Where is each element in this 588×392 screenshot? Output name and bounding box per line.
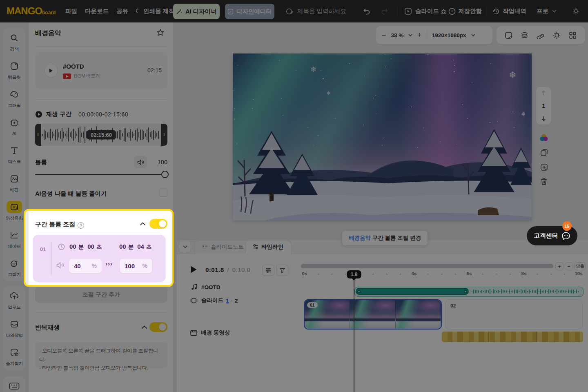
sidebar-item-text[interactable]: 텍스트 bbox=[3, 140, 25, 169]
slide-page-2[interactable]: 2 bbox=[235, 298, 238, 304]
timeline-play-button[interactable] bbox=[190, 265, 197, 274]
history-button[interactable]: 작업내역 bbox=[492, 0, 526, 22]
volume-slider-thumb[interactable] bbox=[161, 171, 169, 178]
volume-to-input[interactable]: 100 % bbox=[119, 258, 153, 274]
slideshow-button[interactable]: 슬라이드 쇼 bbox=[404, 0, 447, 22]
favorite-star-button[interactable] bbox=[156, 28, 165, 37]
playhead-badge[interactable]: 1.8 bbox=[347, 270, 361, 278]
add-page-icon[interactable] bbox=[539, 162, 549, 172]
start-min-value[interactable]: 00 bbox=[69, 243, 76, 250]
ai-designer-button[interactable]: AI 디자이너 bbox=[173, 4, 220, 19]
zoom-in-button[interactable]: + bbox=[417, 31, 422, 40]
end-min-value[interactable]: 00 bbox=[119, 243, 126, 250]
segment-start-time[interactable]: 00 분 00 초 bbox=[69, 243, 102, 251]
help-icon[interactable]: ? bbox=[78, 222, 84, 229]
timeline-fit-button[interactable]: 맞춤 bbox=[574, 262, 586, 270]
sidebar-item-ai[interactable]: AI bbox=[3, 112, 25, 140]
audio-handle-right[interactable] bbox=[464, 290, 467, 293]
trim-handle-right[interactable]: ‖ bbox=[161, 124, 167, 146]
collapse-repeat-button[interactable] bbox=[141, 325, 147, 329]
move-down-icon[interactable] bbox=[541, 116, 546, 121]
sidebar-item-graphic[interactable]: 그래픽 bbox=[3, 84, 25, 112]
repeat-toggle[interactable] bbox=[149, 322, 167, 332]
trash-icon[interactable] bbox=[539, 176, 549, 186]
chevron-up-icon bbox=[141, 325, 147, 329]
slide-clip-02[interactable]: 02 bbox=[445, 299, 583, 330]
timeline-zoom-in[interactable]: + bbox=[555, 262, 564, 270]
page-style-icon[interactable] bbox=[505, 31, 512, 39]
audio-handle-left[interactable] bbox=[357, 290, 361, 293]
repeat-label: 반복재생 bbox=[35, 324, 60, 332]
sidebar-item-data[interactable]: 데이터 bbox=[3, 225, 25, 253]
waveform-trimmer[interactable]: ‖ ‖ 02:15:60 bbox=[35, 124, 167, 146]
timeline-zoom-out[interactable]: − bbox=[565, 262, 573, 270]
zoom-out-button[interactable]: − bbox=[382, 31, 386, 40]
timeline-scrollbar[interactable] bbox=[301, 264, 553, 268]
pro-menu[interactable]: 프로 bbox=[537, 0, 557, 22]
document-title[interactable]: 제목을 입력하세요 bbox=[286, 0, 346, 22]
keyboard-icon[interactable] bbox=[9, 382, 20, 390]
tab-slide-notes[interactable]: 슬라이드노트 bbox=[194, 240, 252, 254]
section-volume-toggle[interactable] bbox=[149, 219, 167, 229]
audio-clip-active-segment[interactable] bbox=[356, 288, 469, 295]
play-section-label: 재생 구간 bbox=[46, 110, 71, 118]
mute-button[interactable] bbox=[134, 156, 147, 168]
customer-center-button[interactable]: 고객센터 15 bbox=[527, 226, 577, 245]
track-play-button[interactable] bbox=[44, 64, 58, 78]
filter-button[interactable] bbox=[276, 265, 288, 276]
layers-icon[interactable] bbox=[521, 31, 528, 39]
add-segment-button[interactable]: 조절 구간 추가 bbox=[35, 287, 167, 303]
sidebar-item-search[interactable]: 검색 bbox=[3, 28, 25, 56]
duplicate-icon[interactable] bbox=[539, 147, 549, 157]
move-up-icon[interactable] bbox=[541, 90, 546, 96]
size-chevron-icon[interactable] bbox=[471, 34, 475, 36]
slide-page-1[interactable]: 1 bbox=[226, 298, 229, 304]
menu-file[interactable]: 파일 bbox=[65, 0, 77, 22]
slide-clip-01[interactable]: 01 bbox=[304, 299, 442, 330]
canvas-slide-image[interactable]: ❄ ❄ ❄ ❄ bbox=[233, 53, 532, 220]
save-status[interactable]: 저장안함 bbox=[448, 0, 482, 22]
menu-share[interactable]: 공유 bbox=[116, 0, 128, 22]
audio-clip-waveform bbox=[472, 288, 581, 295]
redo-button[interactable] bbox=[381, 0, 389, 22]
ai-icon bbox=[7, 117, 22, 129]
undo-button[interactable] bbox=[363, 0, 371, 22]
focus-icon[interactable] bbox=[553, 31, 561, 39]
menu-print[interactable]: 인쇄물 제작 bbox=[135, 0, 175, 22]
color-palette-icon[interactable] bbox=[539, 133, 549, 143]
ruler-icon[interactable] bbox=[537, 31, 544, 39]
sidebar-item-upload[interactable]: 업로드 bbox=[3, 286, 25, 314]
playhead-line[interactable] bbox=[354, 279, 354, 392]
start-sec-value[interactable]: 00 bbox=[87, 243, 94, 250]
audio-clip-container[interactable] bbox=[354, 287, 584, 297]
segment-end-time[interactable]: 00 분 04 초 bbox=[119, 243, 151, 251]
magic-wand-icon bbox=[176, 8, 183, 15]
sidebar-item-background[interactable]: 배경 bbox=[3, 169, 25, 197]
volume-slider-track[interactable] bbox=[35, 174, 167, 175]
zoom-chevron-icon[interactable] bbox=[408, 34, 412, 36]
settings-button[interactable] bbox=[572, 0, 580, 22]
mangoboard-logo[interactable]: MANGOboard bbox=[7, 5, 56, 17]
ruler-label: 8s bbox=[521, 271, 527, 276]
sidebar-item-media[interactable]: 영상음향 bbox=[3, 197, 25, 225]
search-icon bbox=[7, 32, 22, 44]
sidebar-item-template[interactable]: 템플릿 bbox=[3, 56, 25, 84]
ai-duck-checkbox[interactable] bbox=[159, 189, 167, 197]
volume-from-input[interactable]: 40 % bbox=[69, 258, 102, 274]
trim-handle-left[interactable]: ‖ bbox=[35, 124, 41, 146]
grid-view-icon[interactable] bbox=[569, 31, 577, 39]
collapse-section-button[interactable] bbox=[140, 222, 146, 226]
topbar-divider bbox=[486, 7, 486, 16]
background-video-clip[interactable] bbox=[442, 332, 583, 342]
end-sec-value[interactable]: 04 bbox=[137, 243, 144, 250]
sidebar-item-myworks[interactable]: 나의작업 bbox=[3, 314, 25, 342]
track-list-button[interactable] bbox=[262, 265, 274, 276]
sidebar-item-draw[interactable]: 그리기 bbox=[3, 253, 25, 281]
sidebar-item-favorites[interactable]: 즐겨찾기 bbox=[3, 342, 25, 370]
film-icon bbox=[190, 330, 197, 336]
design-editor-button[interactable]: 디자인에디터 bbox=[225, 4, 274, 19]
collapse-timeline-button[interactable] bbox=[179, 241, 191, 252]
audio-track-card[interactable]: #OOTD BGM팩토리 02:15 bbox=[35, 52, 167, 89]
tab-timeline[interactable]: 타임라인 bbox=[245, 240, 291, 254]
menu-download[interactable]: 다운로드 bbox=[85, 0, 109, 22]
